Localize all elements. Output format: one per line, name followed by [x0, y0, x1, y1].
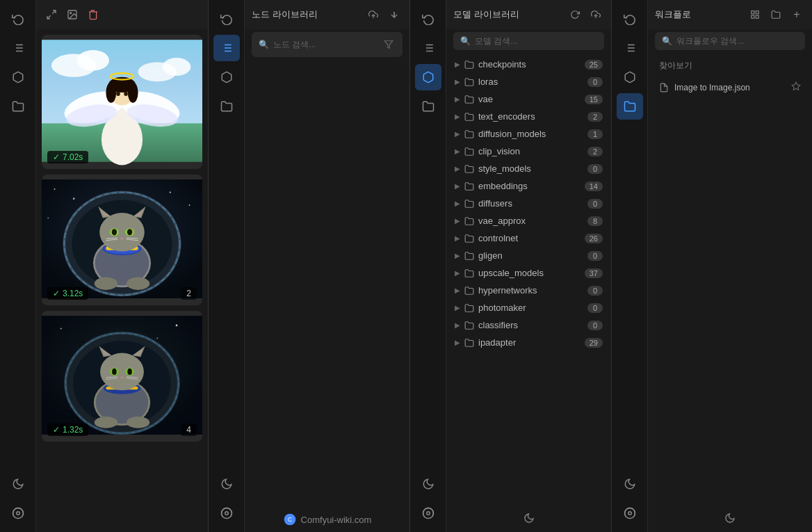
workflow-footer-moon[interactable] [724, 513, 736, 526]
nodes-settings-icon[interactable] [213, 500, 240, 526]
queue-history-icon[interactable] [5, 6, 31, 32]
queue-delete-btn[interactable] [85, 6, 102, 23]
model-item-label: style_models [478, 163, 583, 174]
workflow-star-btn[interactable] [791, 81, 801, 93]
node-sort-btn[interactable] [386, 6, 403, 23]
image-num-badge-cat2: 4 [181, 424, 197, 436]
model-tree-item[interactable]: ▶ photomaker 0 [449, 299, 608, 316]
model-tree-item[interactable]: ▶ diffusers 0 [449, 195, 608, 212]
model-refresh-btn[interactable] [567, 6, 583, 23]
workflow-moon-icon[interactable] [617, 471, 643, 497]
model-tree-item[interactable]: ▶ embeddings 14 [449, 177, 608, 195]
folder-icon [464, 199, 474, 209]
folder-icon [464, 216, 474, 226]
model-tree-item[interactable]: ▶ controlnet 26 [449, 229, 608, 247]
node-filter-btn[interactable] [382, 36, 396, 53]
svg-marker-123 [792, 82, 800, 90]
model-item-count: 37 [585, 268, 603, 278]
model-item-label: classifiers [478, 320, 583, 330]
model-tree-item[interactable]: ▶ ipadapter 29 [449, 334, 608, 351]
queue-image-cat2[interactable]: ✓ 1.32s 4 [42, 311, 202, 442]
model-search-icon: 🔍 [460, 36, 471, 46]
queue-expand-btn[interactable] [43, 6, 60, 23]
models-cube-icon[interactable] [415, 64, 441, 90]
model-item-count: 0 [587, 321, 603, 330]
queue-moon-icon[interactable] [5, 471, 31, 497]
model-tree-item[interactable]: ▶ vae 15 [449, 90, 608, 108]
model-tree-item[interactable]: ▶ classifiers 0 [449, 316, 608, 334]
model-tree-item[interactable]: ▶ diffusion_models 1 [449, 125, 608, 143]
svg-point-16 [163, 58, 191, 76]
chevron-icon: ▶ [455, 304, 460, 312]
models-list-icon[interactable] [415, 35, 441, 61]
folder-icon [464, 95, 474, 104]
model-search-input[interactable] [475, 36, 597, 46]
models-folder-icon[interactable] [415, 93, 441, 120]
chevron-icon: ▶ [455, 339, 460, 346]
queue-cube-icon[interactable] [5, 64, 31, 90]
queue-folder-icon[interactable] [5, 93, 31, 120]
workflow-folder-icon[interactable] [617, 93, 643, 120]
svg-rect-122 [752, 15, 754, 18]
workflow-cube-icon[interactable] [617, 64, 643, 90]
folder-icon [464, 268, 474, 278]
nodes-folder-icon[interactable] [213, 93, 240, 120]
models-moon-icon[interactable] [415, 471, 441, 497]
nodes-moon-icon[interactable] [213, 471, 240, 497]
queue-image-cat1[interactable]: ✓ 3.12s 2 [42, 175, 202, 305]
svg-point-27 [128, 82, 138, 103]
folder-icon [464, 321, 474, 330]
queue-settings-icon[interactable] [5, 500, 31, 526]
model-tree-item[interactable]: ▶ checkpoints 25 [449, 56, 608, 73]
node-upload-btn[interactable] [365, 6, 382, 23]
model-item-label: gligen [478, 250, 583, 261]
check-icon: ✓ [53, 152, 60, 162]
model-tree-item[interactable]: ▶ style_models 0 [449, 160, 608, 177]
model-tree-item[interactable]: ▶ clip_vision 2 [449, 143, 608, 160]
model-item-label: vae [478, 94, 580, 104]
queue-images-btn[interactable] [64, 6, 81, 23]
nodes-history-icon[interactable] [213, 6, 240, 32]
workflow-list-icon[interactable] [617, 35, 643, 61]
queue-list-icon[interactable] [5, 35, 31, 61]
model-footer-moon[interactable] [523, 513, 535, 526]
model-tree-item[interactable]: ▶ gligen 0 [449, 247, 608, 264]
model-item-label: clip_vision [478, 146, 583, 156]
svg-rect-120 [756, 11, 758, 14]
svg-line-8 [52, 10, 56, 14]
model-upload-btn[interactable] [587, 6, 604, 23]
workflow-search-input[interactable] [676, 36, 798, 46]
model-item-count: 0 [587, 286, 603, 296]
folder-icon [464, 182, 474, 191]
model-tree-item[interactable]: ▶ upscale_models 37 [449, 264, 608, 282]
models-history-icon[interactable] [415, 6, 441, 32]
check-icon-2: ✓ [53, 289, 60, 298]
svg-rect-121 [756, 15, 758, 18]
node-search-input[interactable] [273, 40, 377, 49]
svg-point-108 [426, 512, 430, 515]
model-item-count: 14 [585, 182, 603, 191]
workflow-history-icon[interactable] [617, 6, 643, 32]
workflow-settings-icon[interactable] [617, 500, 643, 526]
model-item-label: hypernetworks [478, 285, 583, 296]
model-tree-item[interactable]: ▶ vae_approx 8 [449, 212, 608, 229]
models-settings-icon[interactable] [415, 500, 441, 526]
model-item-count: 2 [587, 112, 603, 122]
check-icon-3: ✓ [53, 425, 60, 435]
chevron-icon: ▶ [455, 78, 460, 86]
nodes-cube-icon[interactable] [213, 64, 240, 90]
folder-icon [464, 129, 474, 139]
workflow-open-btn[interactable] [768, 6, 784, 23]
model-tree-item[interactable]: ▶ loras 0 [449, 73, 608, 90]
nodes-list-icon[interactable] [213, 35, 240, 61]
svg-point-52 [112, 229, 117, 235]
svg-point-59 [95, 277, 117, 289]
workflow-add-btn[interactable]: + [788, 6, 805, 23]
workflow-grid-btn[interactable] [747, 6, 763, 23]
workflow-file-item[interactable]: Image to Image.json [651, 76, 809, 99]
model-item-label: photomaker [478, 303, 583, 313]
model-tree-item[interactable]: ▶ hypernetworks 0 [449, 282, 608, 299]
model-tree-item[interactable]: ▶ text_encoders 2 [449, 108, 608, 125]
queue-image-angel[interactable]: ✓ 7.02s [42, 35, 202, 169]
svg-point-80 [127, 369, 131, 375]
